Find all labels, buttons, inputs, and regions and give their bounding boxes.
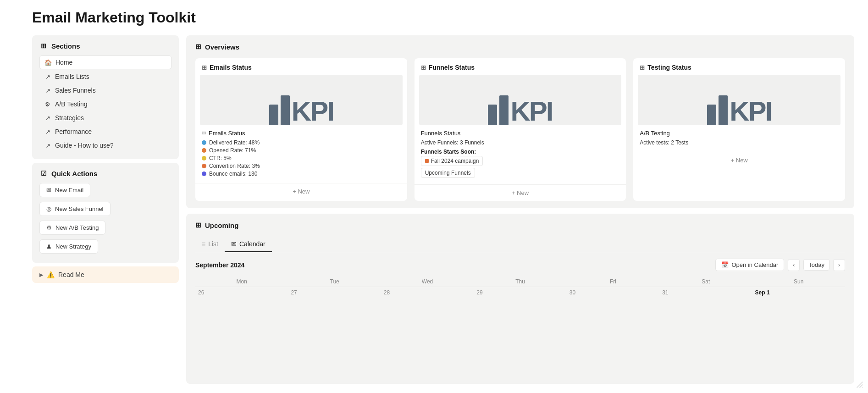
stat-opened-text: Opened Rate: 71% [209, 147, 256, 154]
stat-ctr: CTR: 5% [202, 155, 401, 161]
funnels-starts-soon-label: Funnels Starts Soon: [421, 149, 620, 155]
kpi-bar-2 [281, 95, 290, 125]
emails-kpi-visual: KPI [200, 75, 403, 125]
upcoming-funnels-text: Upcoming Funnels [425, 170, 471, 176]
today-button[interactable]: Today [803, 259, 829, 271]
new-email-button[interactable]: ✉ New Email [39, 183, 90, 197]
new-ab-testing-button[interactable]: ⚙ New A/B Testing [39, 221, 105, 235]
day-header-tue: Tue [288, 277, 381, 287]
emails-kpi-bars [269, 95, 290, 125]
calendar-prev-button[interactable]: ‹ [788, 259, 800, 271]
cal-day-27: + 27 [288, 287, 381, 314]
emails-card-content: ✉ Emails Status Delivered Rate: 48% Open… [195, 125, 407, 183]
sidebar-item-sales-funnels[interactable]: ↗ Sales Funnels [39, 84, 171, 97]
sections-header: ⊞ Sections [39, 42, 171, 50]
upcoming-icon: ⊞ [195, 221, 201, 229]
sidebar-item-strategies-label: Strategies [55, 114, 84, 122]
emails-status-icon: ⊞ [202, 64, 207, 71]
tab-list[interactable]: ≡ List [195, 237, 225, 252]
sidebar-item-performance[interactable]: ↗ Performance [39, 125, 171, 138]
sections-panel: ⊞ Sections 🏠 Home ↗ Emails Lists ↗ Sales… [32, 35, 179, 159]
day-header-wed: Wed [381, 277, 474, 287]
sidebar-item-emails-lists-label: Emails Lists [55, 73, 89, 80]
calendar-header: September 2024 📅 Open in Calendar ‹ Toda… [195, 259, 845, 271]
tab-calendar[interactable]: ✉ Calendar [225, 237, 272, 252]
upcoming-tab-bar: ≡ List ✉ Calendar [195, 237, 845, 252]
day-header-mon: Mon [195, 277, 288, 287]
stat-dot-conversion [202, 164, 206, 168]
day-header-fri: Fri [567, 277, 659, 287]
performance-icon: ↗ [44, 128, 51, 135]
funnels-new-button[interactable]: + New [415, 184, 626, 201]
calendar-tab-label: Calendar [239, 240, 265, 248]
upcoming-header: ⊞ Upcoming [195, 221, 845, 229]
new-email-label: New Email [55, 187, 83, 194]
day-header-sun: Sun [752, 277, 845, 287]
testing-content-title-text: A/B Testing [640, 130, 670, 137]
upcoming-funnels-tag[interactable]: Upcoming Funnels [421, 168, 475, 178]
overviews-label: Overviews [205, 43, 239, 51]
open-in-calendar-button[interactable]: 📅 Open in Calendar [715, 259, 784, 271]
emails-content-icon: ✉ [202, 130, 206, 136]
funnels-status-icon: ⊞ [421, 64, 426, 71]
emails-content-title: ✉ Emails Status [202, 130, 401, 137]
testing-status-card: ⊞ Testing Status KPI A/B [633, 58, 845, 201]
overviews-icon: ⊞ [195, 43, 201, 51]
overviews-panel: ⊞ Overviews ⊞ Emails Status [186, 35, 854, 208]
sidebar-item-guide[interactable]: ↗ Guide - How to use? [39, 139, 171, 152]
resize-handle[interactable] [856, 381, 863, 388]
funnels-kpi-bar-1 [488, 105, 497, 125]
emails-new-label: + New [293, 188, 310, 195]
new-sales-funnel-icon: ◎ [46, 205, 51, 212]
home-icon: 🏠 [44, 59, 52, 66]
sidebar-item-emails-lists[interactable]: ↗ Emails Lists [39, 70, 171, 83]
testing-new-label: + New [731, 157, 748, 164]
testing-kpi-text: KPI [730, 98, 771, 125]
sections-icon: ⊞ [39, 42, 48, 50]
new-sales-funnel-button[interactable]: ◎ New Sales Funnel [39, 202, 111, 216]
campaign-tag-text: Fall 2024 campaign [431, 158, 479, 164]
testing-kpi-bar-2 [719, 95, 728, 125]
stat-delivered: Delivered Rate: 48% [202, 139, 401, 146]
read-me-arrow-icon: ▶ [39, 272, 43, 278]
emails-new-button[interactable]: + New [195, 183, 407, 199]
sidebar-item-performance-label: Performance [55, 128, 92, 135]
cal-day-26: + 26 [195, 287, 288, 314]
sidebar-item-home[interactable]: 🏠 Home [39, 55, 171, 69]
funnels-card-content: Funnels Status Active Funnels: 3 Funnels… [415, 125, 626, 184]
sidebar-item-strategies[interactable]: ↗ Strategies [39, 111, 171, 124]
new-sales-funnel-label: New Sales Funnel [55, 205, 104, 212]
stat-opened: Opened Rate: 71% [202, 147, 401, 154]
quick-actions-header: ☑ Quick Actions [39, 169, 171, 177]
guide-icon: ↗ [44, 142, 51, 149]
new-strategy-button[interactable]: ♟ New Strategy [39, 239, 98, 254]
funnels-kpi-bar-2 [499, 95, 509, 125]
funnels-new-label: + New [512, 189, 529, 196]
calendar-grid: Mon Tue Wed Thu Fri Sat Sun + 26 + 27 [195, 277, 845, 314]
kpi-bar-1 [269, 105, 278, 125]
warning-icon: ⚠️ [47, 271, 55, 278]
sidebar-item-guide-label: Guide - How to use? [55, 142, 114, 149]
calendar-controls: 📅 Open in Calendar ‹ Today › [715, 259, 845, 271]
calendar-next-button[interactable]: › [833, 259, 845, 271]
testing-content-title: A/B Testing [640, 130, 839, 137]
testing-new-button[interactable]: + New [633, 152, 845, 168]
cal-day-31: + 31 [659, 287, 752, 314]
campaign-tag[interactable]: Fall 2024 campaign [421, 156, 483, 166]
calendar-tab-icon: ✉ [231, 240, 237, 248]
day-header-thu: Thu [474, 277, 566, 287]
funnels-content-title-text: Funnels Status [421, 130, 461, 137]
testing-kpi-visual: KPI [638, 75, 840, 125]
read-me-section[interactable]: ▶ ⚠️ Read Me [32, 266, 179, 283]
stat-bounce-text: Bounce emails: 130 [209, 171, 257, 177]
ab-testing-icon: ⚙ [44, 101, 51, 108]
stat-dot-bounce [202, 172, 206, 176]
sidebar-item-ab-testing[interactable]: ⚙ A/B Testing [39, 98, 171, 111]
stat-dot-opened [202, 148, 206, 153]
sidebar-item-sales-funnels-label: Sales Funnels [55, 87, 96, 94]
testing-card-content: A/B Testing Active tests: 2 Tests [633, 125, 845, 152]
upcoming-panel: ⊞ Upcoming ≡ List ✉ Calendar Sep [186, 214, 854, 384]
new-ab-testing-icon: ⚙ [46, 224, 52, 231]
emails-status-header: ⊞ Emails Status [195, 58, 407, 75]
emails-status-card: ⊞ Emails Status KPI ✉ [195, 58, 407, 201]
